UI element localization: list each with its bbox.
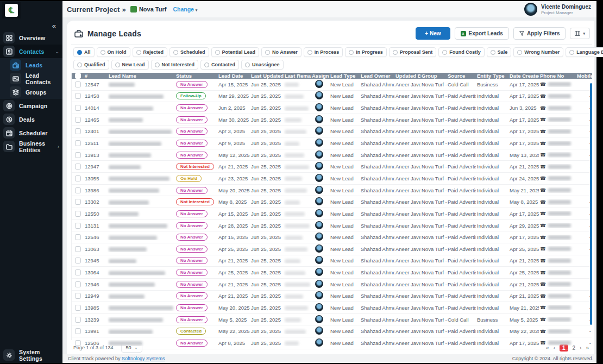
- filter-proposal-sent[interactable]: Proposal Sent: [389, 47, 437, 57]
- filter-rejected[interactable]: Rejected: [133, 47, 168, 57]
- apply-filters-button[interactable]: Apply Filters: [513, 27, 566, 40]
- assignee-avatar[interactable]: [315, 221, 323, 229]
- assignee-avatar[interactable]: [315, 150, 323, 159]
- column-header-updated-by[interactable]: Updated By: [394, 73, 420, 79]
- filter-wrong-number[interactable]: Wrong Number: [513, 47, 563, 57]
- table-row[interactable]: 12506No AnswerApr 8, 2025Jun 25, 2025New…: [72, 337, 592, 349]
- sidebar-item-contacts[interactable]: Contacts⌄: [0, 45, 62, 58]
- change-project-button[interactable]: Change ▾: [173, 6, 197, 12]
- assignee-avatar[interactable]: [315, 315, 323, 323]
- new-lead-button[interactable]: + New: [416, 27, 450, 40]
- filter-language-barrier[interactable]: Language Barrier: [566, 47, 603, 57]
- row-checkbox[interactable]: [75, 128, 81, 134]
- row-checkbox[interactable]: [75, 305, 81, 311]
- table-row[interactable]: 12546No AnswerApr 15, 2025Jun 25, 2025Ne…: [72, 231, 592, 243]
- row-checkbox[interactable]: [75, 117, 81, 123]
- softnology-link[interactable]: Softnology Systems: [122, 356, 165, 361]
- filter-no-answer[interactable]: No Answer: [261, 47, 302, 57]
- table-row[interactable]: 13063No AnswerApr 25, 2025Jun 25, 2025Ne…: [72, 243, 592, 255]
- filter-sale[interactable]: Sale: [487, 47, 512, 57]
- filter-qualified[interactable]: Qualified: [73, 60, 109, 70]
- row-checkbox[interactable]: [75, 317, 81, 323]
- table-row[interactable]: 13239No AnswerMay 5, 2025Jun 25, 2025New…: [72, 314, 592, 326]
- select-all-checkbox[interactable]: [75, 73, 81, 79]
- sidebar-item-overview[interactable]: Overview: [0, 31, 62, 45]
- table-row[interactable]: 12947Not InterestedApr 21, 2025Jun 25, 2…: [72, 161, 592, 173]
- assignee-avatar[interactable]: [315, 244, 323, 253]
- assignee-avatar[interactable]: [315, 103, 323, 111]
- table-row[interactable]: 12511No AnswerApr 9, 2025Jun 25, 2025New…: [72, 137, 592, 149]
- table-row[interactable]: 13991ContactedMay 22, 2025Jun 25, 2025Ne…: [72, 325, 592, 337]
- assignee-avatar[interactable]: [315, 338, 323, 347]
- assignee-avatar[interactable]: [315, 280, 323, 288]
- assignee-avatar[interactable]: [315, 291, 323, 299]
- vertical-scrollbar[interactable]: [590, 83, 592, 325]
- row-checkbox[interactable]: [75, 293, 81, 299]
- assignee-avatar[interactable]: [315, 174, 323, 182]
- filter-scheduled[interactable]: Scheduled: [169, 47, 209, 57]
- row-checkbox[interactable]: [75, 164, 81, 170]
- assignee-avatar[interactable]: [315, 115, 323, 123]
- filter-not-interested[interactable]: Not Interested: [151, 60, 199, 70]
- table-row[interactable]: 12547No AnswerApr 15, 2025Jun 25, 2025Ne…: [72, 79, 592, 91]
- filter-unassignee[interactable]: Unassignee: [241, 60, 284, 70]
- column-header-entity-type[interactable]: Entity Type: [476, 73, 508, 79]
- assignee-avatar[interactable]: [315, 91, 323, 99]
- column-header-last-updated[interactable]: Last Updated: [250, 73, 284, 79]
- assignee-avatar[interactable]: [315, 162, 323, 170]
- row-checkbox[interactable]: [75, 81, 81, 87]
- column-header-phone-no[interactable]: Phone No: [539, 73, 576, 79]
- row-checkbox[interactable]: [75, 223, 81, 229]
- column-header-status[interactable]: Status: [175, 73, 217, 79]
- export-leads-button[interactable]: xExport Leads: [455, 27, 509, 40]
- filter-in-progress[interactable]: In Progress: [345, 47, 387, 57]
- table-row[interactable]: 12949No AnswerApr 21, 2025Jun 25, 2025Ne…: [72, 291, 592, 303]
- table-row[interactable]: 13913No AnswerMay 12, 2025Jun 25, 2025Ne…: [72, 149, 592, 161]
- filter-contacted[interactable]: Contacted: [200, 60, 239, 70]
- row-checkbox[interactable]: [75, 246, 81, 252]
- row-checkbox[interactable]: [75, 152, 81, 158]
- row-checkbox[interactable]: [75, 234, 81, 240]
- sidebar-item-deals[interactable]: Deals: [0, 112, 62, 126]
- row-checkbox[interactable]: [75, 140, 81, 146]
- assignee-avatar[interactable]: [315, 209, 323, 217]
- row-checkbox[interactable]: [75, 340, 81, 346]
- table-row[interactable]: 13985No AnswerMay 20, 2025Jun 25, 2025Ne…: [72, 302, 592, 314]
- column-header-source[interactable]: Source: [447, 73, 476, 79]
- column-header--[interactable]: #: [84, 73, 108, 79]
- row-checkbox[interactable]: [75, 281, 81, 287]
- column-header-date-created[interactable]: Date Created: [508, 73, 539, 79]
- filter-all[interactable]: All: [73, 47, 95, 57]
- assignee-avatar[interactable]: [315, 139, 323, 147]
- app-logo[interactable]: ℄: [2, 2, 21, 18]
- column-header-group[interactable]: Group: [420, 73, 447, 79]
- column-header-assignee[interactable]: Assignee: [311, 73, 329, 79]
- filter-found-costly[interactable]: Found Costly: [438, 47, 485, 57]
- row-checkbox[interactable]: [75, 258, 81, 263]
- row-checkbox[interactable]: [75, 269, 81, 275]
- row-checkbox[interactable]: [75, 211, 81, 217]
- table-row[interactable]: 13055On HoldApr 23, 2025Jun 25, 2025New …: [72, 173, 592, 185]
- filter-in-process[interactable]: In Process: [304, 47, 343, 57]
- assignee-avatar[interactable]: [315, 127, 323, 135]
- table-row[interactable]: 12945No AnswerApr 21, 2025Jun 25, 2025Ne…: [72, 255, 592, 267]
- filter-on-hold[interactable]: On Hold: [97, 47, 130, 57]
- sidebar-item-lead-contacts[interactable]: Lead Contacts: [7, 72, 62, 85]
- sidebar-item-system-settings[interactable]: System Settings: [0, 348, 62, 362]
- row-checkbox[interactable]: [75, 105, 81, 111]
- sidebar-item-scheduler[interactable]: Scheduler: [0, 126, 62, 140]
- assignee-avatar[interactable]: [315, 256, 323, 264]
- column-header-mobile-no[interactable]: Mobile No: [576, 73, 595, 79]
- sidebar-collapse-icon[interactable]: «: [52, 22, 56, 30]
- table-row[interactable]: 12401No AnswerApr 3, 2025Jun 25, 2025New…: [72, 126, 592, 138]
- user-menu[interactable]: Vicente Dominguez Project Manager: [524, 3, 591, 16]
- table-row[interactable]: 14014No AnswerJun 2, 2025Jun 25, 2025New…: [72, 102, 592, 114]
- filter-new-lead[interactable]: New Lead: [111, 60, 149, 70]
- column-header-lead-type[interactable]: Lead Type: [329, 73, 360, 79]
- assignee-avatar[interactable]: [315, 80, 323, 88]
- assignee-avatar[interactable]: [315, 197, 323, 205]
- assignee-avatar[interactable]: [315, 303, 323, 311]
- column-header-lead-name[interactable]: Lead Name: [108, 73, 175, 79]
- row-checkbox[interactable]: [75, 175, 81, 181]
- table-row[interactable]: 13302Not InterestedMay 8, 2025Jun 25, 20…: [72, 196, 592, 208]
